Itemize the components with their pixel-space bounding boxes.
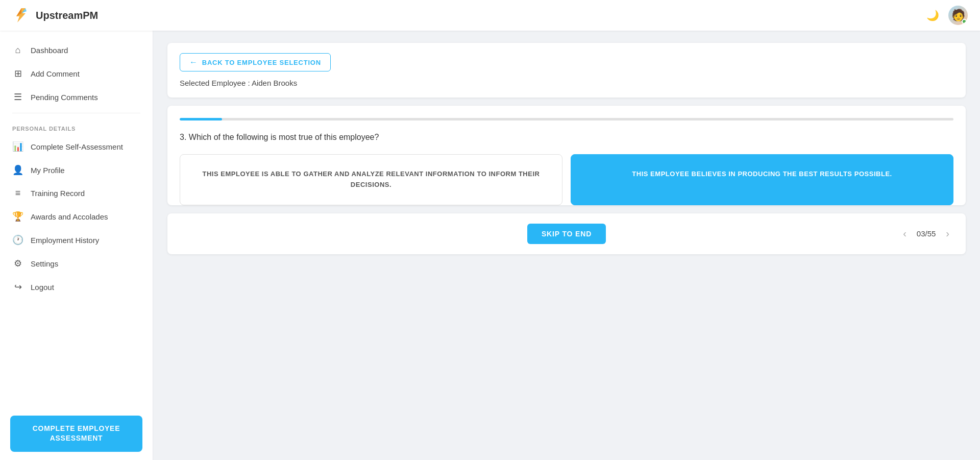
personal-details-section: PERSONAL DETAILS <box>0 117 153 135</box>
previous-page-button[interactable]: ‹ <box>899 226 911 241</box>
sidebar-label-add-comment: Add Comment <box>31 69 80 78</box>
progress-bar-container <box>180 118 953 120</box>
back-arrow-icon: ← <box>189 58 198 67</box>
option-a[interactable]: THIS EMPLOYEE IS ABLE TO GATHER AND ANAL… <box>180 154 562 205</box>
question-card: 3. Which of the following is most true o… <box>167 106 966 205</box>
sidebar-item-training-record[interactable]: ≡ Training Record <box>0 182 153 205</box>
training-record-icon: ≡ <box>12 188 23 199</box>
sidebar-label-employment: Employment History <box>31 236 99 245</box>
logo-icon <box>12 6 31 25</box>
sidebar-label-dashboard: Dashboard <box>31 46 68 55</box>
question-section: 3. Which of the following is most true o… <box>180 120 953 205</box>
sidebar-item-my-profile[interactable]: 👤 My Profile <box>0 158 153 182</box>
sidebar-nav: ⌂ Dashboard ⊞ Add Comment ☰ Pending Comm… <box>0 31 153 307</box>
logout-icon: ↪ <box>12 281 23 293</box>
sidebar-label-pending-comments: Pending Comments <box>31 93 98 102</box>
topnav-right: 🌙 🧑 <box>926 6 968 25</box>
complete-employee-assessment-button[interactable]: COMPLETE EMPLOYEEASSESSMENT <box>10 416 142 452</box>
brand-logo[interactable]: UpstreamPM <box>12 6 98 25</box>
skip-to-end-button[interactable]: SKIP TO END <box>527 224 606 244</box>
topnav: UpstreamPM 🌙 🧑 <box>0 0 980 31</box>
sidebar: ⌂ Dashboard ⊞ Add Comment ☰ Pending Comm… <box>0 31 153 460</box>
main-content: ← BACK TO EMPLOYEE SELECTION Selected Em… <box>153 31 980 460</box>
main-layout: ⌂ Dashboard ⊞ Add Comment ☰ Pending Comm… <box>0 31 980 460</box>
settings-icon: ⚙ <box>12 258 23 269</box>
sidebar-item-employment-history[interactable]: 🕐 Employment History <box>0 228 153 252</box>
sidebar-item-dashboard[interactable]: ⌂ Dashboard <box>0 39 153 62</box>
sidebar-label-training-record: Training Record <box>31 189 85 198</box>
employment-history-icon: 🕐 <box>12 234 23 246</box>
question-number: 3. <box>180 133 186 141</box>
sidebar-label-settings: Settings <box>31 259 58 268</box>
question-body: Which of the following is most true of t… <box>189 133 379 141</box>
sidebar-label-awards: Awards and Accolades <box>31 212 108 221</box>
sidebar-label-logout: Logout <box>31 283 54 292</box>
sidebar-item-add-comment[interactable]: ⊞ Add Comment <box>0 62 153 85</box>
back-btn-label: BACK TO EMPLOYEE SELECTION <box>202 59 321 66</box>
sidebar-item-awards-accolades[interactable]: 🏆 Awards and Accolades <box>0 205 153 228</box>
add-comment-icon: ⊞ <box>12 68 23 79</box>
sidebar-item-pending-comments[interactable]: ☰ Pending Comments <box>0 85 153 109</box>
home-icon: ⌂ <box>12 45 23 56</box>
bottom-nav-card: SKIP TO END ‹ 03/55 › <box>167 213 966 254</box>
sidebar-divider <box>12 113 140 113</box>
awards-icon: 🏆 <box>12 211 23 222</box>
back-to-employee-selection-button[interactable]: ← BACK TO EMPLOYEE SELECTION <box>180 53 331 71</box>
page-indicator: 03/55 <box>917 229 936 238</box>
dark-mode-icon[interactable]: 🌙 <box>926 9 939 21</box>
sidebar-item-logout[interactable]: ↪ Logout <box>0 275 153 299</box>
pagination-wrapper: ‹ 03/55 › <box>606 226 953 241</box>
sidebar-label-my-profile: My Profile <box>31 166 65 175</box>
option-b[interactable]: THIS EMPLOYEE BELIEVES IN PRODUCING THE … <box>571 154 953 205</box>
question-text: 3. Which of the following is most true o… <box>180 133 953 142</box>
selected-employee-label: Selected Employee : Aiden Brooks <box>180 79 953 87</box>
pending-comments-icon: ☰ <box>12 91 23 103</box>
progress-bar-fill <box>180 118 222 120</box>
online-status-dot <box>962 19 967 24</box>
sidebar-item-complete-self-assessment[interactable]: 📊 Complete Self-Assessment <box>0 135 153 158</box>
self-assessment-icon: 📊 <box>12 141 23 152</box>
avatar[interactable]: 🧑 <box>948 6 968 25</box>
sidebar-label-self-assessment: Complete Self-Assessment <box>31 142 123 151</box>
top-card: ← BACK TO EMPLOYEE SELECTION Selected Em… <box>167 43 966 98</box>
my-profile-icon: 👤 <box>12 164 23 176</box>
sidebar-item-settings[interactable]: ⚙ Settings <box>0 252 153 275</box>
sidebar-bottom: COMPLETE EMPLOYEEASSESSMENT <box>0 407 153 460</box>
next-page-button[interactable]: › <box>942 226 953 241</box>
brand-name: UpstreamPM <box>36 10 98 21</box>
pagination: ‹ 03/55 › <box>899 226 953 241</box>
options-row: THIS EMPLOYEE IS ABLE TO GATHER AND ANAL… <box>180 154 953 205</box>
